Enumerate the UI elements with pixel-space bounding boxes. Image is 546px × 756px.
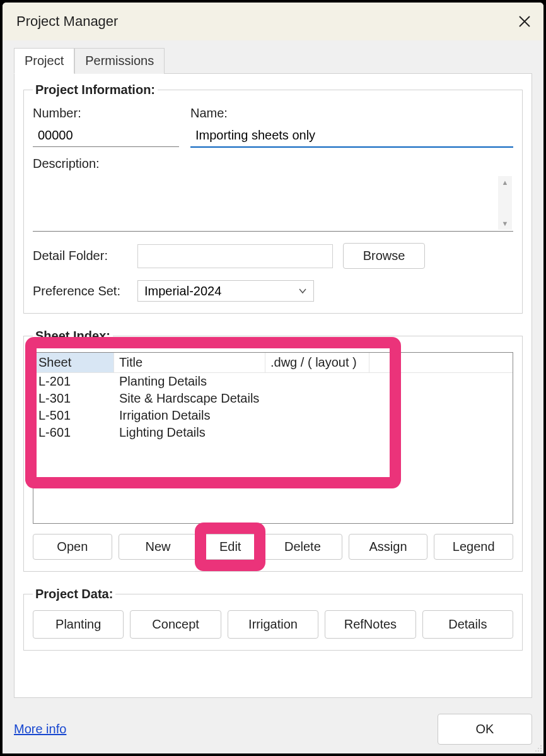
tab-strip: Project Permissions — [14, 48, 532, 74]
name-label: Name: — [190, 106, 513, 121]
header-dwg[interactable]: .dwg / ( layout ) — [265, 353, 369, 372]
project-data-actions: Planting Concept Irrigation RefNotes Det… — [33, 610, 513, 639]
cell-sheet: L-301 — [33, 390, 114, 407]
sheet-index-group: Sheet Index: Sheet Title .dwg / ( layout… — [23, 329, 523, 572]
resize-grip-icon[interactable] — [533, 743, 542, 752]
svg-point-5 — [540, 750, 542, 752]
detail-folder-field[interactable] — [137, 244, 333, 268]
sheet-index-table[interactable]: Sheet Title .dwg / ( layout ) L-201 Plan… — [33, 352, 513, 524]
cell-title: Lighting Details — [114, 424, 354, 441]
project-data-group: Project Data: Planting Concept Irrigatio… — [23, 587, 523, 651]
browse-button[interactable]: Browse — [343, 243, 425, 269]
close-icon[interactable] — [517, 14, 532, 29]
titlebar: Project Manager — [3, 3, 543, 40]
chevron-down-icon — [298, 286, 307, 295]
header-title[interactable]: Title — [114, 353, 265, 372]
preference-set-label: Preference Set: — [33, 284, 127, 298]
number-field[interactable] — [33, 124, 179, 147]
table-row[interactable]: L-201 Planting Details — [33, 373, 513, 390]
description-field[interactable]: ▲▼ — [33, 175, 513, 232]
details-button[interactable]: Details — [422, 610, 513, 639]
cell-title: Site & Hardscape Details — [114, 390, 354, 407]
new-button[interactable]: New — [119, 534, 198, 560]
table-row[interactable]: L-601 Lighting Details — [33, 424, 513, 441]
tab-project[interactable]: Project — [14, 48, 74, 74]
window-title: Project Manager — [16, 13, 517, 30]
refnotes-button[interactable]: RefNotes — [325, 610, 415, 639]
svg-point-4 — [538, 750, 539, 752]
svg-point-2 — [540, 748, 542, 749]
svg-point-3 — [535, 750, 537, 752]
project-information-legend: Project Information: — [33, 83, 158, 97]
sheet-index-legend: Sheet Index: — [33, 329, 113, 343]
table-row[interactable]: L-301 Site & Hardscape Details — [33, 390, 513, 407]
project-data-legend: Project Data: — [33, 587, 115, 601]
open-button[interactable]: Open — [33, 534, 112, 560]
name-field[interactable] — [190, 124, 513, 148]
dialog-body: Project Permissions Project Information:… — [3, 40, 543, 753]
table-row[interactable]: L-501 Irrigation Details — [33, 407, 513, 424]
delete-button[interactable]: Delete — [263, 534, 342, 560]
tab-permissions[interactable]: Permissions — [74, 48, 165, 74]
legend-button[interactable]: Legend — [434, 534, 513, 560]
more-info-link[interactable]: More info — [14, 722, 66, 736]
cell-sheet: L-201 — [33, 373, 114, 390]
cell-title: Irrigation Details — [114, 407, 354, 424]
sheet-table-header: Sheet Title .dwg / ( layout ) — [33, 353, 513, 373]
edit-button[interactable]: Edit — [204, 534, 257, 560]
cell-sheet: L-601 — [33, 424, 114, 441]
description-scrollbar[interactable]: ▲▼ — [498, 176, 512, 230]
preference-set-value: Imperial-2024 — [144, 284, 221, 298]
irrigation-button[interactable]: Irrigation — [228, 610, 318, 639]
assign-button[interactable]: Assign — [349, 534, 428, 560]
cell-title: Planting Details — [114, 373, 354, 390]
project-information-group: Project Information: Number: Name: Descr… — [23, 83, 523, 314]
detail-folder-label: Detail Folder: — [33, 249, 127, 263]
cell-sheet: L-501 — [33, 407, 114, 424]
tab-panel-project: Project Information: Number: Name: Descr… — [14, 73, 532, 698]
description-label: Description: — [33, 157, 513, 171]
dialog-footer: More info OK — [14, 714, 532, 745]
svg-point-1 — [538, 748, 539, 749]
sheet-index-actions: Open New Edit Delete Assign Legend — [33, 534, 513, 560]
number-label: Number: — [33, 106, 179, 121]
concept-button[interactable]: Concept — [130, 610, 221, 639]
ok-button[interactable]: OK — [438, 714, 532, 745]
planting-button[interactable]: Planting — [33, 610, 124, 639]
header-sheet[interactable]: Sheet — [33, 353, 114, 372]
preference-set-select[interactable]: Imperial-2024 — [137, 280, 314, 302]
project-manager-window: Project Manager Project Permissions Proj… — [3, 3, 543, 753]
svg-point-0 — [540, 745, 542, 747]
